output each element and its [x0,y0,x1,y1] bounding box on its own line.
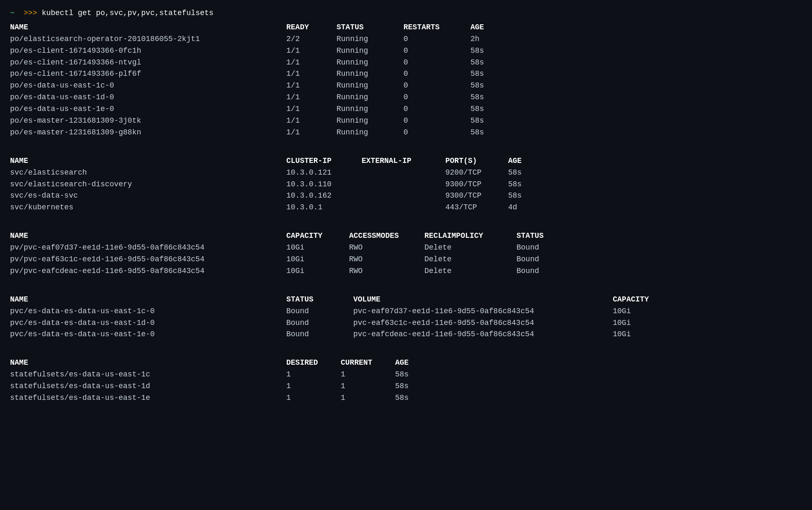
pods-col-name: NAME [10,22,286,33]
table-row: po/elasticsearch-operator-2010186055-2kj… [10,33,802,45]
svc-col-age: AGE [508,155,542,167]
table-row: pv/pvc-eaf63c1c-ee1d-11e6-9d55-0af86c843… [10,254,802,265]
table-row: statefulsets/es-data-us-east-1c1158s [10,369,802,381]
table-row: po/es-data-us-east-1c-01/1Running058s [10,80,802,92]
table-row: svc/elasticsearch-discovery10.3.0.110930… [10,179,802,191]
pods-rows: po/elasticsearch-operator-2010186055-2kj… [10,33,802,139]
pvs-rows: pv/pvc-eaf07d37-ee1d-11e6-9d55-0af86c843… [10,242,802,277]
prompt-command: kubectl get po,svc,pv,pvc,statefulsets [42,9,213,17]
table-row: pv/pvc-eafcdeac-ee1d-11e6-9d55-0af86c843… [10,265,802,277]
table-row: statefulsets/es-data-us-east-1d1158s [10,381,802,392]
table-row: po/es-data-us-east-1e-01/1Running058s [10,103,802,115]
table-row: svc/kubernetes10.3.0.1443/TCP4d [10,202,802,214]
svc-rows: svc/elasticsearch10.3.0.1219200/TCP58ssv… [10,167,802,214]
pvc-col-status: STATUS [286,294,353,306]
svc-col-cluster-ip: CLUSTER-IP [286,155,362,167]
pvc-col-capacity: CAPACITY [613,294,676,306]
services-header: NAME CLUSTER-IP EXTERNAL-IP PORT(S) AGE [10,155,802,167]
table-row: po/es-master-1231681309-g88kn1/1Running0… [10,127,802,139]
table-row: svc/elasticsearch10.3.0.1219200/TCP58s [10,167,802,179]
pv-col-status: STATUS [516,230,583,242]
pods-col-age: AGE [470,22,504,33]
table-row: pv/pvc-eaf07d37-ee1d-11e6-9d55-0af86c843… [10,242,802,254]
ss-col-current: CURRENT [341,357,395,369]
pvcs-header: NAME STATUS VOLUME CAPACITY [10,294,802,306]
pv-col-name: NAME [10,230,286,242]
ss-rows: statefulsets/es-data-us-east-1c1158sstat… [10,369,802,404]
pv-col-capacity: CAPACITY [286,230,349,242]
table-row: po/es-master-1231681309-3j0tk1/1Running0… [10,115,802,127]
table-row: pvc/es-data-es-data-us-east-1c-0Boundpvc… [10,306,802,317]
statefulsets-section: NAME DESIRED CURRENT AGE statefulsets/es… [10,357,802,404]
svc-col-external-ip: EXTERNAL-IP [362,155,445,167]
table-row: pvc/es-data-es-data-us-east-1e-0Boundpvc… [10,329,802,340]
prompt-tilde: ~ [10,9,15,17]
table-row: pvc/es-data-es-data-us-east-1d-0Boundpvc… [10,317,802,329]
table-row: po/es-client-1671493366-0fc1h1/1Running0… [10,45,802,57]
table-row: po/es-client-1671493366-plf6f1/1Running0… [10,68,802,80]
pvcs-rows: pvc/es-data-es-data-us-east-1c-0Boundpvc… [10,306,802,341]
pvs-header: NAME CAPACITY ACCESSMODES RECLAIMPOLICY … [10,230,802,242]
terminal: ~ >>> kubectl get po,svc,pv,pvc,stateful… [10,8,802,404]
pvc-col-name: NAME [10,294,286,306]
ss-col-age: AGE [395,357,429,369]
pods-section: NAME READY STATUS RESTARTS AGE po/elasti… [10,22,802,139]
prompt-line: ~ >>> kubectl get po,svc,pv,pvc,stateful… [10,8,802,19]
pvc-col-volume: VOLUME [353,294,613,306]
pods-header: NAME READY STATUS RESTARTS AGE [10,22,802,33]
statefulsets-header: NAME DESIRED CURRENT AGE [10,357,802,369]
table-row: po/es-data-us-east-1d-01/1Running058s [10,92,802,103]
table-row: statefulsets/es-data-us-east-1e1158s [10,392,802,404]
svc-col-ports: PORT(S) [445,155,508,167]
ss-col-name: NAME [10,357,286,369]
pv-col-accessmodes: ACCESSMODES [349,230,424,242]
pods-col-restarts: RESTARTS [403,22,470,33]
pods-col-ready: READY [286,22,337,33]
table-row: svc/es-data-svc10.3.0.1629300/TCP58s [10,190,802,202]
pvcs-section: NAME STATUS VOLUME CAPACITY pvc/es-data-… [10,294,802,341]
pods-col-status: STATUS [337,22,403,33]
services-section: NAME CLUSTER-IP EXTERNAL-IP PORT(S) AGE … [10,155,802,214]
table-row: po/es-client-1671493366-ntvgl1/1Running0… [10,57,802,69]
pvs-section: NAME CAPACITY ACCESSMODES RECLAIMPOLICY … [10,230,802,277]
prompt-arrows: >>> [23,9,37,17]
pv-col-reclaimpolicy: RECLAIMPOLICY [424,230,516,242]
ss-col-desired: DESIRED [286,357,341,369]
svc-col-name: NAME [10,155,286,167]
